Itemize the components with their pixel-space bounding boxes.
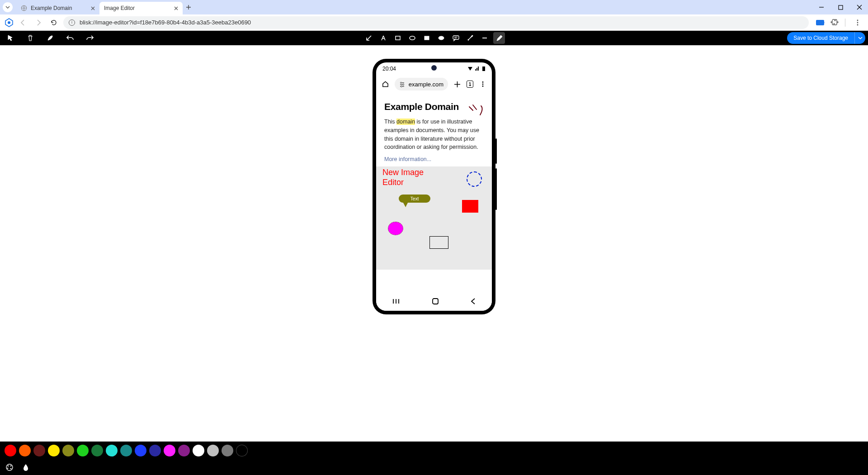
penbrush-tool[interactable]	[493, 32, 505, 44]
color-swatch[interactable]	[33, 445, 45, 456]
url-text: blisk://image-editor?id=f18e7b69-80b4-4b…	[80, 19, 251, 26]
close-icon[interactable]	[173, 5, 179, 11]
undo-button[interactable]	[64, 32, 76, 44]
camera-indicator-icon[interactable]	[816, 20, 824, 25]
tab-count: 1	[467, 81, 473, 88]
save-button[interactable]: Save to Cloud Storage	[787, 32, 854, 44]
svg-point-18	[482, 81, 483, 83]
rect-fill-tool[interactable]	[421, 32, 433, 44]
signal-icon	[475, 66, 480, 71]
clear-button[interactable]	[44, 32, 56, 44]
svg-point-23	[8, 466, 9, 467]
redo-button[interactable]	[84, 32, 96, 44]
back-button[interactable]	[17, 17, 29, 28]
device-side-button	[495, 138, 497, 164]
svg-point-7	[52, 36, 52, 37]
save-label: Save to Cloud Storage	[793, 35, 848, 41]
svg-point-22	[6, 464, 13, 470]
svg-point-16	[402, 84, 404, 85]
color-swatch[interactable]	[222, 445, 233, 456]
highlight-annotation: domain	[396, 119, 415, 125]
color-swatch[interactable]	[77, 445, 89, 456]
svg-point-5	[857, 22, 859, 23]
svg-point-11	[439, 36, 444, 40]
save-dropdown[interactable]	[854, 32, 865, 44]
site-info-icon[interactable]: i	[69, 19, 75, 26]
svg-point-17	[401, 86, 402, 87]
mobile-url-field: example.com	[395, 78, 448, 90]
color-swatch[interactable]	[91, 445, 103, 456]
camera-notch-icon	[431, 65, 437, 71]
kebab-menu-icon	[479, 80, 486, 88]
tab-image-editor[interactable]: Image Editor	[99, 2, 183, 14]
browser-addressbar: i blisk://image-editor?id=f18e7b69-80b4-…	[0, 14, 868, 31]
extensions-icon[interactable]	[830, 19, 839, 27]
maximize-button[interactable]	[834, 0, 847, 14]
text-tool[interactable]	[377, 32, 389, 44]
wifi-icon	[467, 66, 473, 71]
callout-annotation: Text	[399, 195, 430, 203]
color-swatch[interactable]	[62, 445, 74, 456]
browser-titlebar: Example Domain Image Editor	[0, 0, 868, 14]
svg-point-19	[482, 84, 483, 85]
svg-rect-8	[396, 36, 400, 40]
svg-rect-12	[453, 36, 459, 39]
app-logo-icon	[5, 18, 14, 27]
forward-button[interactable]	[33, 17, 44, 28]
device-frame: 20:04 example.com	[373, 59, 495, 314]
new-tab-button[interactable]	[183, 1, 194, 13]
editor-canvas[interactable]: 20:04 example.com	[0, 45, 868, 442]
swatch-row	[0, 442, 868, 460]
line-tool[interactable]	[479, 32, 491, 44]
close-icon[interactable]	[90, 5, 96, 11]
svg-point-4	[857, 19, 859, 21]
ellipse-fill-tool[interactable]	[435, 32, 447, 44]
device-screen: 20:04 example.com	[376, 62, 492, 311]
color-swatch[interactable]	[193, 445, 204, 456]
color-swatch[interactable]	[120, 445, 132, 456]
color-swatch[interactable]	[5, 445, 16, 456]
fill-icon[interactable]	[22, 463, 30, 471]
close-window-button[interactable]	[853, 0, 866, 14]
more-info-link: More information...	[384, 156, 431, 162]
color-swatch[interactable]	[178, 445, 190, 456]
color-swatch[interactable]	[135, 445, 146, 456]
rect-fill-annotation	[462, 200, 478, 213]
window-controls	[815, 0, 866, 14]
tabs-dropdown[interactable]	[3, 2, 13, 12]
url-input[interactable]: i blisk://image-editor?id=f18e7b69-80b4-…	[63, 16, 809, 29]
tab-title: Image Editor	[104, 5, 169, 11]
tab-example-domain[interactable]: Example Domain	[16, 2, 99, 14]
color-picker-icon[interactable]	[5, 463, 14, 471]
minimize-button[interactable]	[815, 0, 828, 14]
browser-menu-button[interactable]	[852, 17, 863, 28]
reload-button[interactable]	[48, 17, 60, 28]
editor-toolbar: Save to Cloud Storage	[0, 31, 868, 45]
select-tool[interactable]	[5, 32, 16, 44]
rect-outline-tool[interactable]	[392, 32, 404, 44]
color-swatch[interactable]	[236, 445, 248, 456]
ellipse-outline-annotation	[467, 171, 482, 187]
color-swatch[interactable]	[106, 445, 118, 456]
back-nav-icon	[471, 298, 476, 304]
highlighter-tool[interactable]	[464, 32, 476, 44]
arrow-tool[interactable]	[363, 32, 375, 44]
color-swatch[interactable]	[149, 445, 161, 456]
tab-title: Example Domain	[31, 5, 86, 11]
delete-button[interactable]	[24, 32, 36, 44]
rect-outline-annotation	[429, 236, 448, 249]
color-swatch[interactable]	[19, 445, 31, 456]
svg-point-26	[10, 468, 12, 470]
color-swatch[interactable]	[48, 445, 60, 456]
plus-icon	[453, 80, 461, 88]
pen-scribble-annotation	[467, 103, 486, 121]
device-side-button	[495, 168, 497, 210]
ellipse-fill-annotation	[388, 222, 403, 235]
svg-point-3	[8, 21, 10, 24]
color-swatch[interactable]	[207, 445, 219, 456]
callout-tool[interactable]	[450, 32, 462, 44]
battery-icon	[482, 66, 486, 71]
ellipse-outline-tool[interactable]	[406, 32, 418, 44]
color-swatch[interactable]	[164, 445, 175, 456]
svg-rect-21	[433, 299, 438, 304]
